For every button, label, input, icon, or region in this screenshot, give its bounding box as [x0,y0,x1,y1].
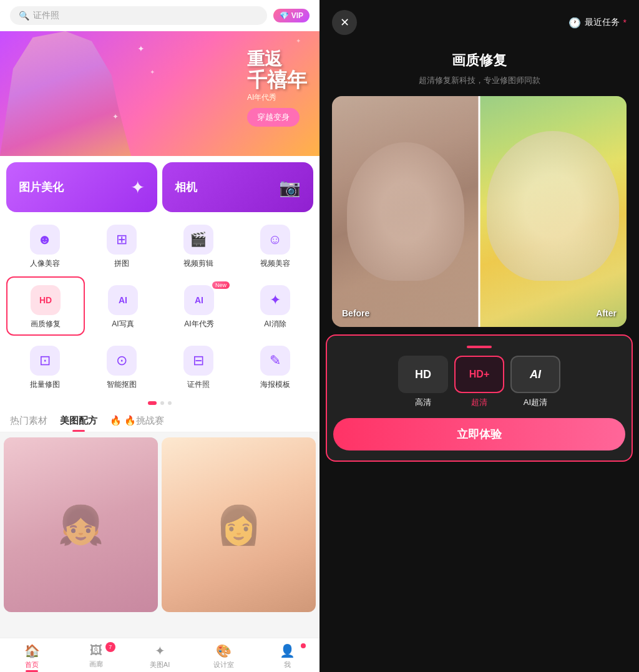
smart-cutout-icon: ⊙ [107,346,137,376]
btn-camera-icon: 📷 [279,177,301,198]
designer-icon: 🎨 [216,643,232,658]
hdplus-icon-text: HD+ [469,369,489,380]
option-hdplus[interactable]: HD+ 超清 [454,356,504,408]
star-decoration-4: ✦ [112,112,119,121]
option-ai[interactable]: AI AI超清 [510,356,560,408]
bottom-nav: 🏠 首页 🖼 7 画廊 ✦ 美图AI 🎨 设计室 👤 我 [0,638,320,672]
dots-indicator [0,397,320,409]
tab-challenge[interactable]: 🔥 🔥挑战赛 [110,415,164,432]
right-title: 画质修复 [332,51,627,70]
collage-label: 拼图 [114,258,129,269]
close-button[interactable]: ✕ [332,10,357,35]
hd-icon-text: HD [415,368,431,381]
vip-label: VIP [291,11,303,20]
options-indicator [467,346,492,348]
compare-after [479,96,627,327]
banner-button[interactable]: 穿越变身 [247,108,300,127]
tab-hot-materials[interactable]: 热门素材 [10,415,47,432]
dot-3 [168,401,172,405]
banner: ✦ ✦ ✦ ✦ 重返 千禧年 AI年代秀 穿越变身 [0,31,320,156]
gallery-icon: 🖼 [90,643,102,658]
content-col-right: 👩 [162,437,316,633]
nav-profile-label: 我 [284,660,291,670]
left-panel: 🔍 证件照 💎 VIP ✦ ✦ ✦ ✦ 重返 千禧年 AI年代秀 穿越变身 [0,0,320,672]
action-button[interactable]: 立即体验 [333,418,625,450]
btn-poster[interactable]: ✎ 海报模板 [237,338,313,395]
poster-label: 海报模板 [260,379,290,390]
before-label: Before [342,308,369,318]
right-subtitle: 超清修复新科技，专业修图师同款 [332,75,627,86]
grid-row-small-3: ⊡ 批量修图 ⊙ 智能抠图 ⊟ 证件照 ✎ 海报模板 [6,338,313,395]
dot-1 [148,401,157,405]
tabs-section: 热门素材 美图配方 🔥 🔥挑战赛 [0,409,320,432]
ai-erase-icon: ✦ [260,285,290,315]
btn-image-beautify[interactable]: 图片美化 ✦ [6,162,157,212]
clock-icon: 🕐 [568,17,581,29]
options-indicator-bar [333,346,625,348]
content-card-1[interactable]: 👧 [4,437,158,612]
btn-collage[interactable]: ⊞ 拼图 [83,217,160,274]
search-icon: 🔍 [19,11,29,21]
recent-task-label: 最近任务 [585,17,620,28]
ai-icon-box: AI [510,356,560,393]
vip-badge[interactable]: 💎 VIP [273,9,310,22]
btn-id-photo[interactable]: ⊟ 证件照 [160,338,237,395]
options-row: HD 高清 HD+ 超清 AI AI超清 [333,356,625,408]
star-decoration-2: ✦ [150,69,155,75]
smart-cutout-label: 智能抠图 [107,379,137,390]
nav-home-label: 首页 [25,660,39,670]
btn-batch-edit[interactable]: ⊡ 批量修图 [6,338,83,395]
id-photo-icon: ⊟ [183,346,213,376]
btn-hd-restore[interactable]: HD 画质修复 [6,276,85,336]
btn-video-beauty[interactable]: ☺ 视频美容 [237,217,313,274]
vip-icon: 💎 [280,11,289,20]
tab-recipes[interactable]: 美图配方 [60,415,97,432]
star-decoration-3: ✦ [296,37,301,44]
btn-ai-erase[interactable]: ✦ AI消除 [237,276,313,336]
btn-ai-era[interactable]: AI New AI年代秀 [161,276,237,336]
asterisk: * [623,17,627,27]
nav-ai[interactable]: ✦ 美图AI [128,643,192,670]
ai-photo-label: AI写真 [112,319,134,329]
ai-photo-icon: AI [108,285,138,315]
hd-icon-box: HD [398,356,448,393]
btn-smart-cutout[interactable]: ⊙ 智能抠图 [83,338,160,395]
video-beauty-icon: ☺ [260,225,290,255]
batch-edit-icon: ⊡ [30,346,60,376]
nav-home[interactable]: 🏠 首页 [0,643,64,670]
recent-task[interactable]: 🕐 最近任务 * [568,17,627,29]
btn-ai-photo[interactable]: AI AI写真 [85,276,161,336]
compare-before [332,96,479,327]
nav-designer-label: 设计室 [213,660,234,670]
btn-image-beautify-label: 图片美化 [19,180,64,195]
nav-profile[interactable]: 👤 我 [256,643,320,670]
portrait-label: 人像美容 [30,258,60,269]
btn-portrait[interactable]: ☻ 人像美容 [6,217,83,274]
id-photo-label: 证件照 [187,379,210,390]
card-image-2: 👩 [162,437,316,612]
nav-designer[interactable]: 🎨 设计室 [192,643,255,670]
content-card-2[interactable]: 👩 [162,437,316,612]
btn-camera[interactable]: 相机 📷 [162,162,313,212]
header: 🔍 证件照 💎 VIP [0,0,320,31]
nav-gallery-label: 画廊 [89,660,103,669]
right-header: ✕ 🕐 最近任务 * [320,0,639,45]
search-placeholder: 证件照 [33,10,59,21]
search-bar[interactable]: 🔍 证件照 [10,6,267,25]
right-panel: ✕ 🕐 最近任务 * 画质修复 超清修复新科技，专业修图师同款 [320,0,639,672]
banner-figure [0,31,131,156]
ai-label: AI超清 [524,397,547,408]
option-hd[interactable]: HD 高清 [398,356,448,408]
banner-subtitle: AI年代秀 [247,92,307,103]
nav-gallery[interactable]: 🖼 7 画廊 [64,643,127,670]
collage-icon: ⊞ [107,225,137,255]
profile-dot [301,643,306,648]
profile-icon: 👤 [280,643,295,658]
btn-video-edit[interactable]: 🎬 视频剪辑 [160,217,237,274]
after-label: After [596,308,617,318]
nav-ai-label: 美图AI [150,660,170,670]
content-col-left: 👧 [4,437,158,633]
ai-erase-label: AI消除 [264,319,286,329]
fire-icon: 🔥 [110,415,122,426]
video-beauty-label: 视频美容 [260,258,290,269]
